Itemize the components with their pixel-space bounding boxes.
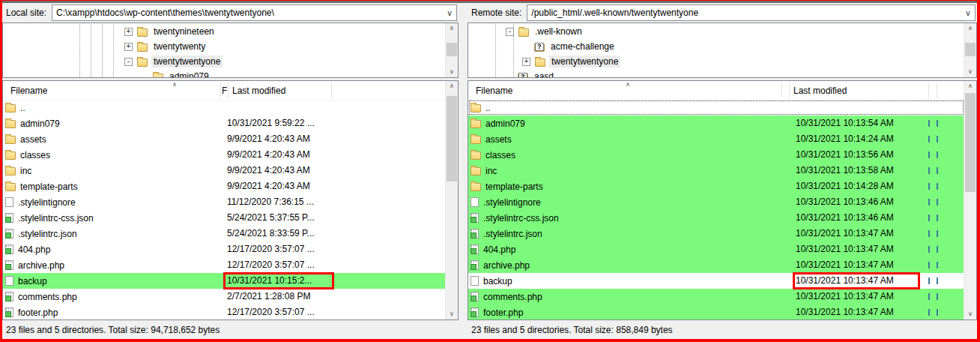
remote-list-header[interactable]: FilenameLast modified∧ [468,81,964,100]
truncated-column-mark [937,230,938,237]
script-file-icon [471,213,479,223]
column-header-last-modified[interactable]: Last modified [793,86,847,96]
truncated-column-mark [937,293,938,300]
remote-path-combobox[interactable]: /public_html/.well-known/twentytwentyone… [527,4,976,21]
file-row[interactable]: .stylelintrc.json5/24/2021 8:33:59 P... [3,226,446,242]
remote-list-scrollbar[interactable]: ∧ ∨ [964,81,976,320]
file-row[interactable]: 404.php10/31/2021 10:13:47 AM [468,242,964,257]
column-divider[interactable] [220,82,221,98]
scroll-up-button[interactable]: ∧ [446,23,458,34]
column-header-f[interactable]: F [222,86,227,96]
scroll-down-button[interactable]: ∨ [964,67,976,77]
file-row[interactable]: assets10/31/2021 10:14:24 AM [468,131,964,147]
file-row[interactable]: archive.php12/17/2020 3:57:07 ... [3,257,446,273]
scroll-thumb[interactable] [447,96,457,182]
column-divider[interactable] [228,82,229,98]
filename-cell: comments.php [483,292,542,302]
file-row[interactable]: backup10/31/2021 10:15:2... [3,273,446,289]
script-file-icon [471,229,479,238]
truncated-column-mark [928,136,930,142]
file-row[interactable]: inc9/9/2021 4:20:43 AM [3,163,446,178]
scroll-thumb[interactable] [447,43,457,56]
truncated-column-mark [928,246,930,253]
file-row[interactable]: admin07910/31/2021 10:13:54 AM [468,116,964,131]
folder-icon [5,136,16,144]
truncated-column-mark [928,262,930,268]
collapse-minus-icon[interactable]: - [506,28,514,36]
tree-item-aasd[interactable]: aasd [468,69,964,77]
local-status-bar: 23 files and 5 directories. Total size: … [2,322,459,338]
column-divider[interactable] [937,82,937,98]
file-row[interactable]: archive.php10/31/2021 10:13:47 AM [468,257,964,273]
file-row[interactable]: inc10/31/2021 10:13:58 AM [468,163,964,178]
tree-item-twentytwenty[interactable]: +twentytwenty [3,39,446,54]
local-tree-scrollbar[interactable]: ∧ ∨ [445,23,458,77]
file-row[interactable]: .. [3,100,446,116]
remote-status-bar: 23 files and 5 directories. Total size: … [468,322,977,338]
tree-item-twentynineteen[interactable]: +twentynineteen [3,24,446,39]
file-row[interactable]: assets9/9/2021 4:20:43 AM [3,131,446,147]
column-header-filename[interactable]: Filename [10,86,47,96]
scroll-up-button[interactable]: ∧ [964,23,976,34]
expand-plus-icon[interactable]: + [124,28,133,36]
last-modified-cell: 12/17/2020 3:57:07 ... [227,257,315,273]
file-row[interactable]: .stylelintrc.json10/31/2021 10:13:47 AM [468,226,964,242]
last-modified-cell: 10/31/2021 10:14:24 AM [796,131,894,147]
chevron-down-icon[interactable]: ∨ [447,5,453,20]
file-row[interactable]: comments.php10/31/2021 10:13:47 AM [468,289,964,304]
file-row[interactable]: .stylelintignore10/31/2021 10:13:46 AM [468,194,964,210]
file-row[interactable]: .. [468,100,964,116]
filename-cell: admin079 [20,118,60,129]
scroll-up-button[interactable]: ∧ [964,81,976,92]
scroll-up-button[interactable]: ∧ [446,81,458,92]
file-row[interactable]: .stylelintrc-css.json10/31/2021 10:13:46… [468,210,964,226]
folder-icon [5,183,16,191]
last-modified-cell: 10/31/2021 10:13:46 AM [796,210,894,226]
column-divider[interactable] [789,82,790,98]
filename-cell: template-parts [20,182,78,192]
local-list-header[interactable]: FilenameFLast modified∧ [3,81,446,100]
column-header-filename[interactable]: Filename [476,86,512,96]
local-path-combobox[interactable]: C:\xampp\htdocs\wp-content\themes\twenty… [52,4,457,21]
file-row[interactable]: classes10/31/2021 10:13:56 AM [468,147,964,163]
file-row[interactable]: .stylelintrc-css.json5/24/2021 5:37:55 P… [3,210,446,226]
scroll-down-button[interactable]: ∨ [446,67,458,77]
filename-cell: assets [486,134,512,145]
scroll-thumb[interactable] [965,43,976,56]
file-row[interactable]: template-parts9/9/2021 4:20:43 AM [3,178,446,194]
file-row[interactable]: classes9/9/2021 4:20:43 AM [3,147,446,163]
tree-item-acme-challenge[interactable]: acme-challenge [468,39,964,54]
file-row[interactable]: backup10/31/2021 10:13:47 AM [468,273,964,289]
remote-status-text: 23 files and 5 directories. Total size: … [471,325,673,335]
file-row[interactable]: comments.php2/7/2021 1:28:08 PM [3,289,446,304]
file-row[interactable]: admin07910/31/2021 9:59:22 ... [3,116,446,131]
remote-tree-scrollbar[interactable]: ∧ ∨ [964,23,976,77]
file-row[interactable]: footer.php12/17/2020 3:57:07 ... [3,304,446,320]
filename-cell: backup [18,276,47,286]
tree-item-admin079[interactable]: admin079 [3,69,446,77]
chevron-down-icon[interactable]: ∨ [965,5,971,20]
file-row[interactable]: 404.php12/17/2020 3:57:07 ... [3,242,446,257]
remote-file-list: FilenameLast modified∧ ..admin07910/31/2… [468,80,977,320]
truncated-column-mark [928,309,930,316]
scroll-down-button[interactable]: ∨ [964,309,976,320]
file-row[interactable]: .stylelintignore11/12/2020 7:36:15 ... [3,194,446,210]
file-row[interactable]: template-parts10/31/2021 10:14:28 AM [468,178,964,194]
sort-ascending-icon: ∧ [626,81,630,88]
local-list-scrollbar[interactable]: ∧ ∨ [445,81,458,320]
tree-item-twentytwentyone[interactable]: +twentytwentyone [468,54,964,69]
column-divider[interactable] [331,82,332,98]
tree-item-.well-known[interactable]: -.well-known [468,24,964,39]
column-divider[interactable] [781,82,782,98]
column-divider[interactable] [928,82,929,98]
tree-item-twentytwentyone[interactable]: -twentytwentyone [3,54,446,69]
expand-plus-icon[interactable]: + [124,43,133,51]
scroll-down-button[interactable]: ∨ [446,309,458,320]
file-row[interactable]: footer.php10/31/2021 10:13:47 AM [468,304,964,320]
last-modified-cell: 9/9/2021 4:20:43 AM [227,163,310,178]
expand-plus-icon[interactable]: + [522,58,530,66]
column-header-last-modified[interactable]: Last modified [232,86,285,96]
scroll-thumb[interactable] [965,93,976,192]
collapse-minus-icon[interactable]: - [124,58,133,66]
truncated-column-mark [937,214,938,221]
